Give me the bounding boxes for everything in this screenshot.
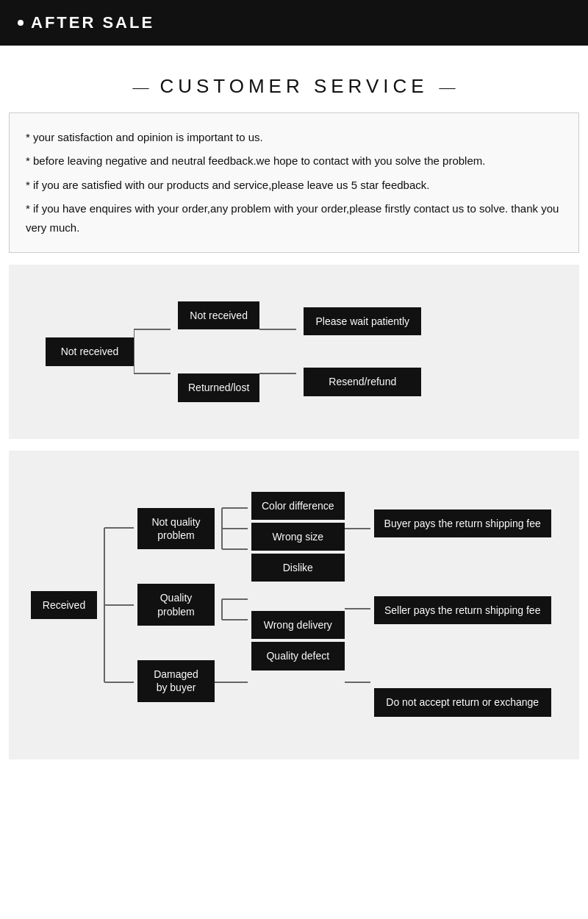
branch-quality-problem: Quality problem (137, 584, 215, 625)
sec1-layout: Not received Not received Returned/lost … (24, 287, 564, 416)
header-dot (18, 20, 24, 26)
branch2-subs: Wrong delivery Quality defect (251, 611, 345, 670)
info-line-3: * if you are satisfied with our products… (26, 176, 562, 195)
customer-service-heading: CUSTOMER SERVICE (159, 75, 428, 97)
gap1 (251, 582, 345, 611)
result3-wrap: Do not accept return or exchange (374, 688, 551, 716)
diagram-received: Received Not quality problem Quality pro… (9, 451, 579, 759)
gap2 (251, 675, 345, 695)
result-please-wait: Please wait patiently (304, 307, 421, 335)
branch-damaged-by-buyer: Damaged by buyer (137, 660, 215, 701)
branch-not-quality: Not quality problem (137, 508, 215, 549)
sec2-results: Buyer pays the return shipping fee Selle… (374, 487, 551, 723)
result1-spacer: Buyer pays the return shipping fee (374, 509, 551, 537)
sec2-main-tree-svg (97, 487, 137, 723)
customer-service-heading-wrap: — CUSTOMER SERVICE — (0, 46, 588, 112)
result-buyer-pays: Buyer pays the return shipping fee (374, 509, 551, 537)
heading-dash-left: — (132, 78, 157, 96)
sub-color-diff: Color difference (251, 492, 345, 520)
sec2-outer: Received Not quality problem Quality pro… (24, 473, 564, 737)
sec2-sub-items: Color difference Wrong size Dislike Wron… (251, 487, 345, 723)
sub-wrong-delivery: Wrong delivery (251, 611, 345, 639)
info-line-2: * before leaving negative and neutral fe… (26, 151, 562, 171)
branch-returned-lost: Returned/lost (178, 373, 259, 401)
result-resend-refund: Resend/refund (304, 368, 421, 396)
result-seller-pays: Seller pays the return shipping fee (374, 596, 551, 624)
result-no-return: Do not accept return or exchange (374, 688, 551, 716)
heading-dash-right: — (431, 78, 456, 96)
result-gap1 (374, 537, 551, 596)
root-received: Received (31, 591, 97, 619)
result-gap2 (374, 630, 551, 689)
sec1-branches: Not received Returned/lost (178, 301, 259, 401)
root-not-received: Not received (46, 337, 134, 365)
branch1-subs: Color difference Wrong size Dislike (251, 492, 345, 582)
info-line-1: * your satisfaction and opinion is impor… (26, 128, 562, 147)
sub-dislike: Dislike (251, 554, 345, 582)
header-bar: AFTER SALE (0, 0, 588, 46)
sec2-result-lines-svg (345, 487, 374, 723)
info-line-4: * if you have enquires with your order,a… (26, 199, 562, 238)
sub-wrong-size: Wrong size (251, 523, 345, 551)
header-title: AFTER SALE (31, 13, 154, 32)
gap3 (251, 695, 345, 723)
info-box: * your satisfaction and opinion is impor… (9, 112, 579, 253)
diagram-not-received: Not received Not received Returned/lost … (9, 265, 579, 438)
branch-not-received: Not received (178, 301, 259, 329)
sec1-lines-svg (259, 307, 304, 396)
sec1-results: Please wait patiently Resend/refund (304, 307, 421, 396)
sec2-branches: Not quality problem Quality problem Dama… (137, 487, 215, 723)
sub-quality-defect: Quality defect (251, 642, 345, 670)
sec1-tree-svg (134, 307, 178, 396)
sec2-sub-lines-svg (215, 487, 251, 723)
result2-wrap: Seller pays the return shipping fee (374, 596, 551, 624)
